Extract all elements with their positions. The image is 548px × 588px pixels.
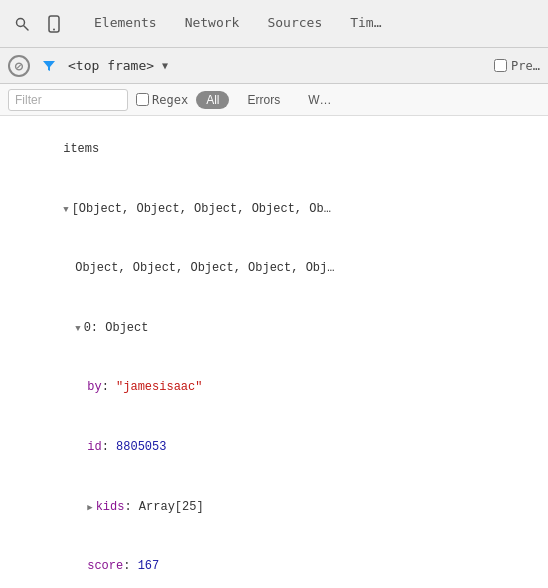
regex-checkbox[interactable]: [136, 93, 149, 106]
console-output: items [Object, Object, Object, Object, O…: [0, 116, 548, 588]
tab-timeline[interactable]: Tim…: [336, 9, 395, 38]
list-item: by: "jamesisaac": [0, 358, 548, 418]
mobile-icon[interactable]: [40, 10, 68, 38]
prop-key: score: [87, 559, 123, 573]
filter-input[interactable]: [8, 89, 128, 111]
key-label: items: [63, 142, 99, 156]
secondary-toolbar: ⊘ <top frame> ▼ Pre…: [0, 48, 548, 84]
list-item: Object, Object, Object, Object, Obj…: [0, 239, 548, 299]
dropdown-arrow-icon[interactable]: ▼: [162, 60, 168, 71]
frame-label: <top frame>: [68, 58, 154, 73]
devtools-panel: Elements Network Sources Tim… ⊘ <top fra…: [0, 0, 548, 588]
list-item[interactable]: 0: Object: [0, 299, 548, 359]
prop-value: "jamesisaac": [116, 380, 202, 394]
filter-errors-button[interactable]: Errors: [237, 91, 290, 109]
prop-key: id: [87, 440, 101, 454]
filter-row: Regex All Errors W…: [0, 84, 548, 116]
funnel-icon[interactable]: [38, 55, 60, 77]
prop-value: 167: [138, 559, 160, 573]
list-item: items: [0, 120, 548, 180]
list-item[interactable]: [Object, Object, Object, Object, Ob…: [0, 180, 548, 240]
preserve-log-checkbox[interactable]: Pre…: [494, 59, 540, 73]
tab-elements[interactable]: Elements: [80, 9, 171, 38]
list-item: score: 167: [0, 537, 548, 588]
preserve-checkbox-input[interactable]: [494, 59, 507, 72]
frame-selector[interactable]: <top frame>: [68, 58, 154, 73]
svg-point-3: [53, 28, 55, 30]
expand-icon[interactable]: [87, 500, 95, 514]
tab-bar: Elements Network Sources Tim…: [80, 9, 396, 38]
prop-key: by: [87, 380, 101, 394]
top-toolbar: Elements Network Sources Tim…: [0, 0, 548, 48]
regex-checkbox-group[interactable]: Regex: [136, 93, 188, 107]
filter-all-button[interactable]: All: [196, 91, 229, 109]
prop-key: kids: [96, 500, 125, 514]
search-icon[interactable]: [8, 10, 36, 38]
expand-icon[interactable]: [63, 202, 71, 216]
prop-value: 8805053: [116, 440, 166, 454]
regex-label: Regex: [152, 93, 188, 107]
preserve-label: Pre…: [511, 59, 540, 73]
tab-sources[interactable]: Sources: [253, 9, 336, 38]
svg-line-1: [24, 26, 28, 30]
list-item[interactable]: kids: Array[25]: [0, 477, 548, 537]
block-icon[interactable]: ⊘: [8, 55, 30, 77]
expand-icon[interactable]: [75, 321, 83, 335]
svg-point-0: [17, 18, 25, 26]
filter-warnings-button[interactable]: W…: [298, 91, 341, 109]
tab-network[interactable]: Network: [171, 9, 254, 38]
list-item: id: 8805053: [0, 418, 548, 478]
